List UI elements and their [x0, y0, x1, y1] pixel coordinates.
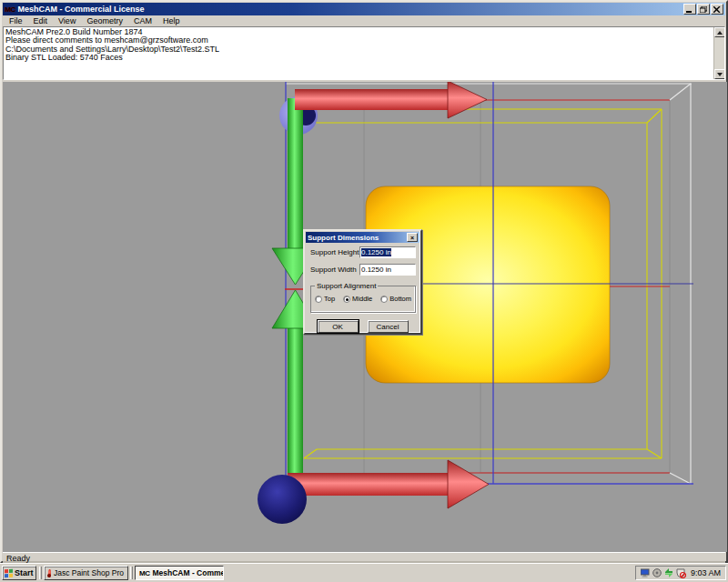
axis-arrow-red-bottom[interactable] — [288, 460, 489, 508]
support-width-row: Support Width — [310, 264, 416, 276]
taskbar: Start Jasc Paint Shop Pro MC MeshCAM - C… — [0, 563, 728, 582]
task-button-paintshop[interactable]: Jasc Paint Shop Pro — [44, 566, 128, 580]
radio-bottom[interactable]: Bottom — [380, 295, 411, 303]
support-dimensions-dialog: Support Dimensions × Support Height 0.12… — [303, 229, 422, 335]
ok-button[interactable]: OK — [318, 320, 359, 333]
radio-middle[interactable]: Middle — [343, 295, 372, 303]
menu-item-view[interactable]: View — [53, 16, 81, 25]
start-button[interactable]: Start — [2, 566, 36, 580]
desktop: MC MeshCAM - Commercial License File Edi… — [0, 0, 728, 582]
support-height-row: Support Height 0.1250 in — [310, 246, 416, 258]
support-height-input[interactable]: 0.1250 in — [359, 246, 416, 258]
cancel-button[interactable]: Cancel — [368, 320, 409, 333]
dialog-title: Support Dimensions — [308, 234, 379, 242]
arrow-down-icon — [717, 73, 723, 76]
radio-top[interactable]: Top — [315, 295, 335, 303]
task-button-meshcam[interactable]: MC MeshCAM - Commerci... — [135, 566, 224, 580]
support-sphere-bottom[interactable] — [258, 475, 307, 524]
dialog-close-button[interactable]: × — [407, 233, 418, 242]
menu-bar: File Edit View Geometry CAM Help — [3, 15, 725, 26]
clock: 9:03 AM — [689, 568, 721, 577]
menu-item-edit[interactable]: Edit — [28, 16, 54, 25]
network-tray-icon[interactable] — [664, 568, 673, 577]
menu-item-cam[interactable]: CAM — [128, 16, 157, 25]
support-width-input[interactable] — [359, 264, 416, 276]
radio-circle-icon — [315, 296, 322, 303]
display-tray-icon[interactable] — [641, 568, 650, 577]
meshcam-icon: MC — [139, 569, 149, 577]
taskbar-grip[interactable] — [39, 567, 42, 579]
dialog-title-bar[interactable]: Support Dimensions × — [306, 232, 420, 243]
support-alignment-group: Support Alignment Top Middle Bottom — [310, 286, 416, 313]
app-icon: MC — [5, 5, 15, 14]
status-bar: Ready — [3, 552, 725, 563]
scheduler-tray-icon[interactable] — [652, 568, 662, 577]
close-icon: × — [410, 235, 414, 241]
close-button[interactable] — [711, 4, 723, 15]
close-icon — [713, 6, 721, 13]
arrow-up-icon — [717, 31, 723, 35]
windows-flag-icon — [5, 568, 13, 577]
menu-item-file[interactable]: File — [4, 16, 28, 25]
minimize-button[interactable] — [683, 4, 696, 15]
window-title: MeshCAM - Commercial License — [17, 5, 682, 14]
console-line: Binary STL Loaded: 5740 Faces — [5, 54, 723, 62]
scroll-down-button[interactable] — [714, 69, 725, 79]
radio-circle-checked-icon — [343, 296, 350, 303]
virus-shield-tray-icon[interactable] — [676, 568, 686, 578]
scroll-up-button[interactable] — [714, 27, 725, 37]
restore-icon — [700, 6, 707, 13]
support-height-label: Support Height — [310, 248, 359, 256]
system-tray: 9:03 AM — [635, 566, 726, 580]
menu-item-geometry[interactable]: Geometry — [81, 16, 128, 25]
minimize-icon — [686, 6, 693, 13]
message-console[interactable]: MeshCAM Pre2.0 Build Number 1874 Please … — [3, 26, 725, 80]
title-bar[interactable]: MC MeshCAM - Commercial License — [3, 3, 725, 15]
radio-circle-icon — [380, 296, 388, 303]
support-width-label: Support Width — [310, 266, 357, 274]
menu-item-help[interactable]: Help — [157, 16, 186, 25]
restore-button[interactable] — [697, 4, 710, 15]
paint-shop-pro-icon — [48, 569, 51, 577]
support-alignment-label: Support Alignment — [315, 282, 378, 290]
taskbar-grip[interactable] — [130, 567, 133, 579]
status-text: Ready — [6, 554, 30, 563]
axis-arrow-red-top[interactable] — [295, 82, 487, 118]
console-scrollbar[interactable] — [713, 27, 724, 79]
